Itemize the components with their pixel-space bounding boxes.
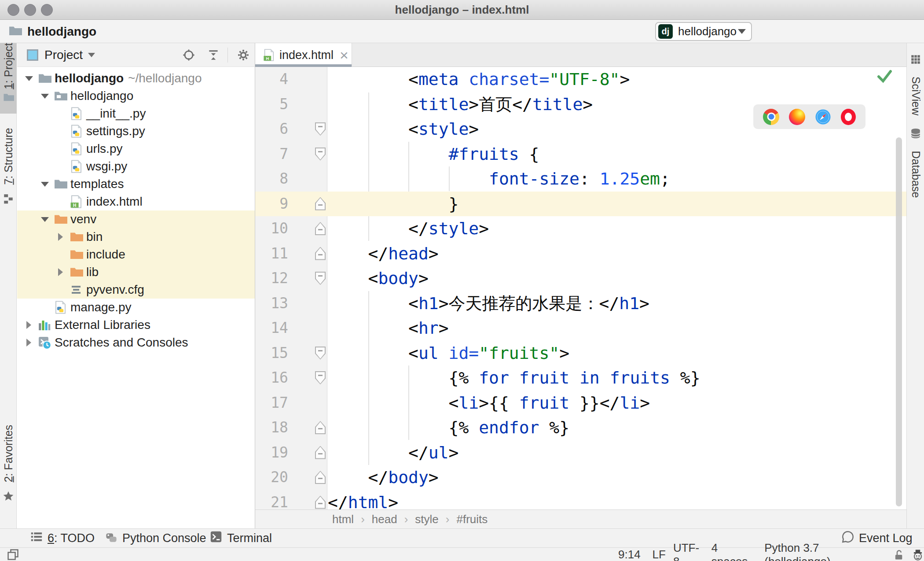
status-widget-4-spaces[interactable]: 4 spaces <box>711 541 756 561</box>
fold-end-marker[interactable] <box>315 446 326 459</box>
tree-item-include[interactable]: include <box>17 246 255 263</box>
fold-start-marker[interactable] <box>315 371 326 384</box>
status-widget-lf[interactable]: LF <box>653 548 666 561</box>
tree-item-settings-py[interactable]: settings.py <box>17 122 255 140</box>
status-widget-python-3-7-hellodjango[interactable]: Python 3.7 (hellodjango) <box>764 541 885 561</box>
status-widget-9-14[interactable]: 9:14 <box>618 548 641 561</box>
tree-item-scratches-and-consoles[interactable]: Scratches and Consoles <box>17 334 255 351</box>
tree-item-hellodjango[interactable]: hellodjango <box>17 87 255 105</box>
fold-start-marker[interactable] <box>315 347 326 360</box>
fold-end-marker[interactable] <box>315 197 326 210</box>
breadcrumb-separator: › <box>361 513 365 526</box>
breadcrumb-item-fruits[interactable]: #fruits <box>456 513 488 526</box>
code-line-11: 11 </head> <box>255 241 906 266</box>
code-text: } <box>328 192 458 217</box>
tree-item-hellodjango[interactable]: hellodjango~/hellodjango <box>17 70 255 87</box>
line-number[interactable]: 15 <box>255 341 288 366</box>
opera-browser-icon[interactable] <box>841 109 856 125</box>
status-widgets: 9:14LFUTF-84 spacesPython 3.7 (hellodjan… <box>618 548 924 561</box>
chevron-down-icon[interactable] <box>88 53 95 57</box>
stripe-button-database[interactable]: Database <box>907 43 924 528</box>
line-number[interactable]: 20 <box>255 465 288 490</box>
tool-window-switcher-icon[interactable] <box>7 549 19 561</box>
run-configuration-select[interactable]: dj hellodjango <box>655 22 752 41</box>
code-line-7: 7 #fruits { <box>255 142 906 167</box>
tree-item-index-html[interactable]: Hindex.html <box>17 193 255 210</box>
line-number[interactable]: 12 <box>255 266 288 291</box>
line-number[interactable]: 9 <box>255 192 288 217</box>
project-breadcrumb[interactable]: hellodjango <box>8 20 96 43</box>
safari-browser-icon[interactable] <box>815 109 831 125</box>
select-opened-file-button[interactable] <box>183 49 195 61</box>
tool-window-button-6-todo[interactable]: 6: TODO <box>30 529 95 548</box>
tree-item-label: External Libraries <box>55 318 150 332</box>
stripe-button-2-favorites[interactable]: 2: Favorites <box>0 43 17 528</box>
fold-end-marker[interactable] <box>315 471 326 484</box>
close-icon[interactable]: × <box>340 48 348 62</box>
tab-index-html[interactable]: H index.html × <box>255 43 352 67</box>
line-number[interactable]: 6 <box>255 117 288 142</box>
breadcrumb-item-html[interactable]: html <box>332 513 354 526</box>
tree-item-wsgi-py[interactable]: wsgi.py <box>17 158 255 175</box>
fold-end-marker[interactable] <box>315 222 326 235</box>
code-text: {% endfor %} <box>328 415 569 440</box>
breadcrumb-item-style[interactable]: style <box>415 513 438 526</box>
code-editor[interactable]: 4 <meta charset="UTF-8">5 <title>首页</tit… <box>255 67 906 509</box>
firefox-browser-icon[interactable] <box>789 109 805 125</box>
tree-item-init-py[interactable]: __init__.py <box>17 105 255 122</box>
tree-item-label: settings.py <box>86 124 145 138</box>
tree-item-manage-py[interactable]: manage.py <box>17 299 255 316</box>
collapse-all-button[interactable] <box>207 49 220 61</box>
project-panel-title[interactable]: Project <box>44 48 83 62</box>
fold-end-marker[interactable] <box>315 421 326 434</box>
code-text: #fruits { <box>328 142 539 167</box>
line-number[interactable]: 14 <box>255 316 288 341</box>
tree-item-pyvenv-cfg[interactable]: pyvenv.cfg <box>17 281 255 299</box>
python-icon <box>69 142 83 156</box>
line-number[interactable]: 17 <box>255 391 288 416</box>
tree-item-urls-py[interactable]: urls.py <box>17 140 255 158</box>
fold-start-marker[interactable] <box>315 122 326 136</box>
line-number[interactable]: 7 <box>255 142 288 167</box>
fold-end-marker[interactable] <box>315 247 326 260</box>
tree-item-venv[interactable]: venv <box>17 210 255 228</box>
gear-icon[interactable] <box>237 49 249 61</box>
line-number[interactable]: 11 <box>255 241 288 266</box>
line-number[interactable]: 10 <box>255 216 288 241</box>
project-panel-header: Project <box>17 43 255 67</box>
fold-end-marker[interactable] <box>315 496 326 509</box>
cfg-icon <box>69 283 83 297</box>
tree-item-label: hellodjango <box>70 89 133 103</box>
tool-window-button-terminal[interactable]: Terminal <box>209 529 272 548</box>
db-icon <box>910 128 921 139</box>
tree-item-templates[interactable]: templates <box>17 175 255 193</box>
line-number[interactable]: 4 <box>255 67 288 92</box>
tree-item-lib[interactable]: lib <box>17 263 255 281</box>
tree-item-external-libraries[interactable]: External Libraries <box>17 316 255 334</box>
status-bar: 9:14LFUTF-84 spacesPython 3.7 (hellodjan… <box>0 547 924 561</box>
breadcrumb-item-head[interactable]: head <box>372 513 397 526</box>
status-widget-utf-8[interactable]: UTF-8 <box>673 541 705 561</box>
header-divider <box>227 48 228 63</box>
tree-item-label: index.html <box>86 195 143 209</box>
tree-item-label: lib <box>86 265 99 279</box>
editor-scrollbar-thumb[interactable] <box>896 137 902 506</box>
python-icon <box>69 159 83 173</box>
tree-item-bin[interactable]: bin <box>17 228 255 246</box>
tool-window-button-label: Terminal <box>227 531 272 545</box>
line-number[interactable]: 19 <box>255 440 288 465</box>
line-number[interactable]: 16 <box>255 365 288 391</box>
tool-window-button-python-console[interactable]: Python Console <box>105 529 206 548</box>
line-number[interactable]: 18 <box>255 415 288 440</box>
fold-start-marker[interactable] <box>315 272 326 285</box>
unlocked-icon[interactable] <box>893 549 905 561</box>
line-number[interactable]: 21 <box>255 490 288 510</box>
chrome-browser-icon[interactable] <box>763 109 779 125</box>
folder-ex-icon <box>69 230 83 244</box>
code-text: <title>首页</title> <box>328 92 593 117</box>
highlighting-level-icon[interactable] <box>912 549 924 561</box>
fold-start-marker[interactable] <box>315 148 326 161</box>
line-number[interactable]: 13 <box>255 291 288 316</box>
line-number[interactable]: 8 <box>255 166 288 192</box>
line-number[interactable]: 5 <box>255 92 288 117</box>
